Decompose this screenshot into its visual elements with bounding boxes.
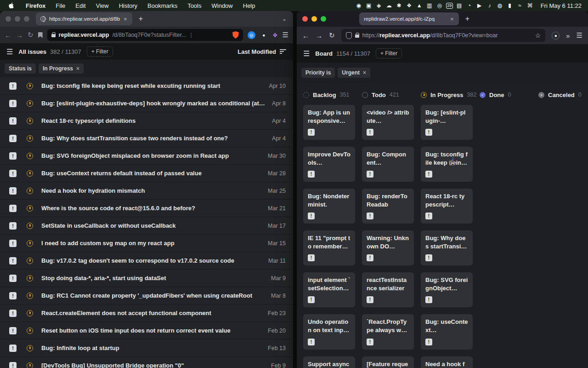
onepassword-extension-icon[interactable]: ◎ xyxy=(248,31,255,39)
minimize-window-button[interactable] xyxy=(15,16,20,22)
urgent-priority-icon[interactable]: ! xyxy=(9,222,17,230)
issue-card[interactable]: IE 11 "prompt to remember… ! xyxy=(303,230,355,265)
tab-list-chevron-icon[interactable]: ⌄ xyxy=(282,16,287,22)
browser-menu-icon[interactable]: ☰ xyxy=(283,31,288,39)
reload-button[interactable]: ↻ xyxy=(329,31,335,40)
menu-item-file[interactable]: File xyxy=(51,2,70,9)
issue-card[interactable]: Bug: Why does startTransitio… ! xyxy=(421,230,473,265)
issue-row[interactable]: ! [DevTools Bug] Unsupported Bridge oper… xyxy=(0,357,293,368)
issue-card[interactable]: Support asynchronous… ! xyxy=(303,356,355,368)
browser-menu-icon[interactable]: ☰ xyxy=(577,31,582,40)
menu-item-bookmarks[interactable]: Bookmarks xyxy=(142,2,182,9)
tracking-protection-shield-icon[interactable] xyxy=(346,32,352,39)
overflow-menu-icon[interactable]: » xyxy=(566,32,570,40)
issue-row[interactable]: ! Bug: Why does startTransition cause tw… xyxy=(0,130,293,147)
battery-icon[interactable]: ▮ xyxy=(505,2,515,9)
urgent-priority-icon[interactable]: ! xyxy=(9,327,17,334)
issue-card[interactable]: Bug: App is unresponsive… ! xyxy=(303,105,355,140)
issue-row[interactable]: ! Stop doing data-*, aria-*, start using… xyxy=(0,270,293,287)
menu-item-tools[interactable]: Tools xyxy=(182,2,206,9)
upload-icon[interactable]: ▤ xyxy=(454,2,464,9)
issue-row[interactable]: ! Bug: RC1 Cannot create property '_upda… xyxy=(0,287,293,305)
calendar-icon[interactable]: 29 xyxy=(446,3,453,9)
issue-card[interactable]: Warning: Unknown DO… ! xyxy=(362,230,414,265)
issue-card[interactable]: reactTestInstance serializer ! xyxy=(362,272,414,307)
filter-chip[interactable]: Urgent × xyxy=(338,68,370,78)
reload-button[interactable]: ↻ xyxy=(28,31,34,39)
issue-row[interactable]: ! React.createElement does not accept fu… xyxy=(0,305,293,322)
cloud-sync-icon[interactable]: ☁ xyxy=(384,2,394,9)
vercel-icon[interactable]: ▲ xyxy=(414,2,424,9)
sidebar-menu-icon[interactable]: ☰ xyxy=(6,47,13,56)
extensions-icon[interactable]: ❖ xyxy=(272,32,278,39)
urgent-priority-icon[interactable]: ! xyxy=(9,275,17,282)
in-progress-status-icon[interactable] xyxy=(27,275,33,282)
address-bar[interactable]: https://repliear.vercel.app/d/8bTaoq7F0e… xyxy=(341,29,546,42)
urgent-priority-icon[interactable]: ! xyxy=(9,187,17,195)
issue-row[interactable]: ! Need a hook for hydration mismatch Mar… xyxy=(0,182,293,200)
issue-card[interactable]: <video /> attribute… ! xyxy=(362,105,414,140)
control-center-icon[interactable]: ⌘ xyxy=(525,2,535,9)
in-progress-status-icon[interactable] xyxy=(27,258,33,264)
left-traffic-lights[interactable] xyxy=(0,16,36,22)
close-window-button[interactable] xyxy=(302,16,308,22)
screen-record-icon[interactable]: ◉ xyxy=(354,2,364,9)
shortcuts-icon[interactable]: ◔ xyxy=(464,2,475,9)
urgent-priority-icon[interactable]: ! xyxy=(9,117,17,125)
back-button[interactable]: ← xyxy=(5,31,11,39)
tab-close-icon[interactable]: × xyxy=(450,16,454,23)
zoom-window-button[interactable] xyxy=(24,16,29,22)
in-progress-status-icon[interactable] xyxy=(27,345,33,351)
github-extension-icon[interactable]: ● xyxy=(552,32,560,40)
issue-row[interactable]: ! Reset button on iOS time input does no… xyxy=(0,322,293,339)
chip-close-icon[interactable]: × xyxy=(76,65,79,72)
tab-close-icon[interactable]: × xyxy=(123,16,128,23)
siri-icon[interactable]: ◍ xyxy=(495,2,505,9)
filter-chip[interactable]: In Progress × xyxy=(39,63,84,74)
urgent-priority-icon[interactable]: ! xyxy=(9,292,17,299)
address-bar[interactable]: repliear.vercel.app /d/8bTaoq7F0e?status… xyxy=(47,29,243,41)
new-tab-button[interactable]: + xyxy=(465,15,469,23)
menu-item-firefox[interactable]: Firefox xyxy=(21,2,51,9)
urgent-priority-icon[interactable]: ! xyxy=(9,362,17,368)
right-browser-tab[interactable]: replidraw2.vercel.app/d/c-iZpq × xyxy=(359,12,459,25)
in-progress-status-icon[interactable] xyxy=(27,83,33,89)
menu-item-help[interactable]: Help xyxy=(238,2,260,9)
issue-card[interactable]: Bug: useContext… ! xyxy=(421,314,473,349)
issue-card[interactable]: Bug: Nondeterminist. ! xyxy=(303,189,355,224)
docker-icon[interactable]: ◈ xyxy=(374,2,384,9)
forward-button[interactable]: → xyxy=(16,31,23,39)
in-progress-status-icon[interactable] xyxy=(27,205,33,212)
issue-row[interactable]: ! I need to add custom svg map on my rea… xyxy=(0,235,293,252)
apple-logo-icon[interactable] xyxy=(8,2,14,9)
issue-card[interactable]: `React.PropType always warns ab ! xyxy=(362,314,414,349)
issue-card[interactable]: React 18-rc typescript… ! xyxy=(421,189,473,224)
urgent-priority-icon[interactable]: ! xyxy=(9,345,17,352)
in-progress-status-icon[interactable] xyxy=(27,293,33,299)
in-progress-status-icon[interactable] xyxy=(27,188,33,194)
urgent-priority-icon[interactable]: ! xyxy=(9,135,17,142)
filter-chip[interactable]: Status is xyxy=(5,63,36,74)
urgent-priority-icon[interactable]: ! xyxy=(9,100,17,107)
left-browser-tab[interactable]: https://repliear.vercel.app/d/8b × xyxy=(36,12,132,25)
bookmark-star-icon[interactable]: ☆ xyxy=(535,32,541,39)
sidebar-menu-icon[interactable]: ☰ xyxy=(303,49,310,58)
sort-control[interactable]: Last Modified xyxy=(237,48,287,55)
urgent-priority-icon[interactable]: ! xyxy=(9,152,17,160)
in-progress-status-icon[interactable] xyxy=(27,240,33,247)
zoom-window-button[interactable] xyxy=(321,16,326,22)
in-progress-status-icon[interactable] xyxy=(27,153,33,159)
urgent-priority-icon[interactable]: ! xyxy=(9,82,17,90)
issue-row[interactable]: ! Bug: useContext returns default instea… xyxy=(0,165,293,182)
in-progress-status-icon[interactable] xyxy=(27,362,33,368)
issue-card[interactable]: Bug: SVG foreignObject… ! xyxy=(421,272,473,307)
issue-card[interactable]: Bug: Component… ! xyxy=(362,147,414,182)
issue-card[interactable]: Bug: tsconfig file keep bein… ! xyxy=(421,147,473,182)
add-filter-button[interactable]: + Filter xyxy=(376,48,402,58)
issue-card[interactable]: Bug: [eslint-plugin-… ! xyxy=(421,105,473,140)
github-extension-icon[interactable]: ● xyxy=(260,31,268,39)
in-progress-status-icon[interactable] xyxy=(27,170,33,177)
urgent-priority-icon[interactable]: ! xyxy=(9,170,17,177)
menu-item-history[interactable]: History xyxy=(114,2,142,9)
minimize-window-button[interactable] xyxy=(311,16,317,22)
